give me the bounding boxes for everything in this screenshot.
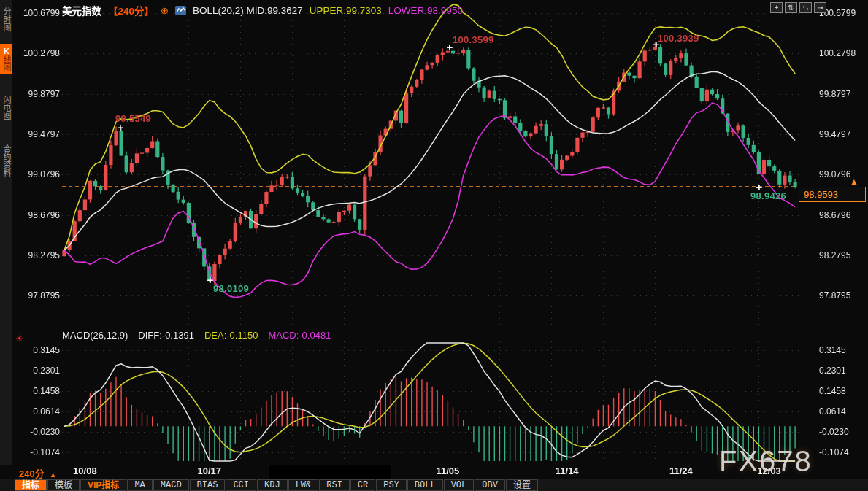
toolbar-button-BOLL[interactable]: BOLL xyxy=(407,479,443,491)
toolbar-button-KDJ[interactable]: KDJ xyxy=(257,479,288,491)
sidebar-item-2[interactable]: K线图 xyxy=(0,44,12,74)
toolbar-button-CR[interactable]: CR xyxy=(350,479,375,491)
crosshair-icon[interactable]: + xyxy=(770,2,783,13)
macd-header: MACD(26,12,9) DIFF:-0.1391 DEA:-0.1150 M… xyxy=(62,330,331,341)
toolbar-button-VIP指标[interactable]: VIP指标 xyxy=(80,479,126,491)
extreme-marker-icon: + xyxy=(207,274,214,286)
fx678-watermark: FX678 xyxy=(719,445,813,478)
y-axis-label: 0.3145 xyxy=(819,345,864,355)
toolbar-button-OBV[interactable]: OBV xyxy=(475,479,505,491)
macd-diff-value: DIFF:-0.1391 xyxy=(138,330,194,341)
price-chart-canvas[interactable] xyxy=(0,0,868,491)
extreme-marker-icon: + xyxy=(118,121,124,134)
boll-upper-value: UPPER:99.7303 xyxy=(310,5,382,16)
sidebar-item-3[interactable]: 闪电图 xyxy=(0,93,12,123)
fit-vertical-icon[interactable]: ⇅ xyxy=(785,2,797,13)
macd-dea-value: DEA:-0.1150 xyxy=(204,330,258,341)
goto-latest-icon[interactable]: ⇥ xyxy=(814,2,826,13)
boll-mid-value: BOLL(20,2) MID:99.3627 xyxy=(193,5,303,16)
extreme-marker-icon: + xyxy=(447,41,453,53)
sidebar-item-1[interactable]: 分时图 xyxy=(0,4,12,34)
y-axis-label: 0.0614 xyxy=(819,406,864,417)
y-axis-label: 97.8795 xyxy=(819,290,864,301)
y-axis-label: 97.8795 xyxy=(22,290,60,301)
y-axis-label: 98.6796 xyxy=(22,210,60,220)
y-axis-label: 98.6796 xyxy=(819,210,864,220)
y-axis-label: 0.3145 xyxy=(22,345,60,355)
x-axis-label: 11/05 xyxy=(436,465,459,476)
sidebar-item-4[interactable]: 合约资料 xyxy=(0,142,12,179)
toolbar-button-CCI[interactable]: CCI xyxy=(226,479,256,491)
period-selector-label: 240分 xyxy=(19,468,45,479)
current-price-box: 98.9593 xyxy=(799,187,866,202)
period-up-arrow-icon: ▲ xyxy=(45,471,57,479)
left-sidebar: 分时图K线图闪电图合约资料 xyxy=(0,0,12,465)
toolbar-button-模板[interactable]: 模板 xyxy=(47,479,80,491)
extreme-marker-icon: + xyxy=(653,38,660,50)
indicator-toolbar: 指标模板VIP指标MAMACDBIASCCIKDJLW&RSICRPSYBOLL… xyxy=(0,479,868,491)
y-axis-label: 0.0614 xyxy=(22,406,60,417)
session-status-icon: ☀ xyxy=(15,333,23,344)
y-axis-label: -0.0230 xyxy=(22,427,60,437)
y-axis-label: 0.2301 xyxy=(22,366,60,376)
blackout-region xyxy=(269,465,391,479)
macd-macd-value: MACD:-0.0481 xyxy=(268,330,331,341)
y-axis-label: 98.2795 xyxy=(819,250,864,260)
circle-plus-icon[interactable]: ⊕ xyxy=(161,5,169,16)
toolbar-button-设置[interactable]: 设置 xyxy=(506,479,538,491)
toolbar-button-VOL[interactable]: VOL xyxy=(444,479,475,491)
current-price-value: 98.9593 xyxy=(804,189,838,200)
price-annotation: 98.0109 xyxy=(213,283,249,294)
y-axis-label: 99.4797 xyxy=(819,129,864,139)
y-axis-label: 100.2798 xyxy=(819,48,864,58)
boll-lower-value: LOWER:98.9950 xyxy=(388,5,463,16)
y-axis-label: -0.0230 xyxy=(819,427,864,437)
toolbar-button-指标[interactable]: 指标 xyxy=(15,479,47,491)
toolbar-button-BIAS[interactable]: BIAS xyxy=(190,479,226,491)
fit-horizontal-icon[interactable]: ⇆ xyxy=(799,2,812,13)
x-axis-label: 11/14 xyxy=(556,465,579,476)
y-axis-label: 0.1458 xyxy=(22,386,60,396)
toolbar-button-LW&[interactable]: LW& xyxy=(288,479,319,491)
period-label: 【240分】 xyxy=(108,3,154,18)
y-axis-label: 99.0796 xyxy=(22,169,60,179)
symbol-title: 美元指数 xyxy=(62,3,101,18)
extreme-marker-icon: + xyxy=(756,181,763,193)
y-axis-label: 100.6799 xyxy=(22,8,60,18)
macd-formula: MACD(26,12,9) xyxy=(62,330,128,341)
chart-header: 美元指数 【240分】 ⊕ BOLL(20,2) MID:99.3627 UPP… xyxy=(62,3,463,18)
x-axis-label: 10/17 xyxy=(198,465,222,476)
toolbar-button-PSY[interactable]: PSY xyxy=(376,479,407,491)
toolbar-button-RSI[interactable]: RSI xyxy=(319,479,350,491)
y-axis-label: -0.1074 xyxy=(22,447,60,457)
x-axis-label: 10/08 xyxy=(73,465,97,476)
y-axis-label: -0.1074 xyxy=(819,447,864,457)
toolbar-button-MA[interactable]: MA xyxy=(127,479,152,491)
price-up-arrow-icon: ▲ xyxy=(850,177,859,187)
y-axis-label: 99.8797 xyxy=(819,89,864,99)
price-annotation: 100.3599 xyxy=(453,34,494,45)
price-annotation: 100.3939 xyxy=(658,33,699,44)
x-axis-label: 11/24 xyxy=(669,465,693,476)
chart-type-icon[interactable] xyxy=(175,6,186,15)
y-axis-label: 0.1458 xyxy=(819,386,864,396)
y-axis-label: 98.2795 xyxy=(22,250,60,260)
y-axis-label: 100.2798 xyxy=(22,48,60,58)
toolbar-button-MACD[interactable]: MACD xyxy=(153,479,189,491)
chart-window-controls: +⇅⇆⇥ xyxy=(770,2,826,13)
y-axis-label: 0.2301 xyxy=(819,366,864,376)
y-axis-label: 99.4797 xyxy=(22,129,60,139)
y-axis-label: 99.8797 xyxy=(22,89,60,99)
